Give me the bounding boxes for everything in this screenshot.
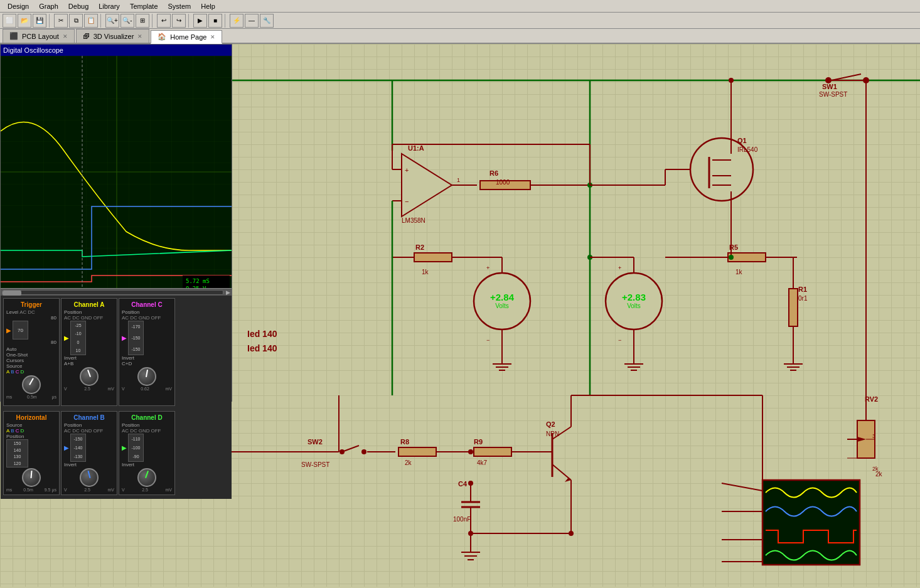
tab-3d-close[interactable]: ✕ — [137, 33, 142, 40]
chC-off[interactable]: OFF — [151, 315, 161, 321]
tb-open[interactable]: 📂 — [18, 14, 31, 28]
trigger-src-c[interactable]: C — [16, 369, 19, 375]
svg-marker-4 — [402, 154, 452, 216]
chD-ac[interactable]: AC — [122, 428, 129, 434]
channelD-panel: Channel D Position AC DC GND OFF ▶ -110 … — [119, 411, 175, 495]
osc-expand-arrow[interactable]: ▶ — [226, 289, 230, 296]
osc-scrollbar[interactable]: ▶ — [1, 288, 232, 296]
menu-template[interactable]: Template — [125, 3, 163, 10]
chB-dc[interactable]: DC — [72, 428, 80, 434]
tb-save[interactable]: 💾 — [33, 14, 46, 28]
trigger-cursors[interactable]: Cursors — [6, 358, 56, 363]
menu-system[interactable]: System — [163, 3, 196, 10]
horiz-src-label: Source — [6, 422, 56, 428]
chC-gnd[interactable]: GND — [139, 315, 150, 321]
chC-dc[interactable]: DC — [130, 315, 137, 321]
osc-scroll-thumb[interactable] — [3, 291, 21, 296]
tb-cut[interactable]: ✂ — [54, 14, 68, 28]
chD-invert[interactable]: Invert — [122, 462, 172, 468]
chD-pos-box[interactable]: -110 -100 -90 — [128, 434, 144, 462]
horiz-src-d[interactable]: D — [20, 428, 24, 434]
chC-cplusd[interactable]: C+D — [122, 361, 172, 366]
q2-label: Q2 — [546, 420, 555, 428]
osc-scroll-track[interactable] — [2, 290, 223, 295]
trigger-src-d[interactable]: D — [20, 369, 24, 375]
tb-run[interactable]: ▶ — [193, 14, 207, 28]
tab-pcb-layout[interactable]: ⬛ PCB Layout ✕ — [3, 29, 75, 43]
trigger-knob[interactable] — [22, 375, 41, 394]
chC-vdiv: 0.62 — [141, 387, 149, 391]
schematic-canvas[interactable]: + − 1 + − — [0, 44, 920, 587]
svg-point-92 — [729, 78, 734, 83]
svg-point-59 — [468, 481, 473, 486]
tab-home-close[interactable]: ✕ — [210, 34, 215, 40]
chC-knob[interactable] — [137, 367, 156, 386]
chB-title: Channel B — [64, 414, 114, 421]
chA-knob[interactable] — [80, 367, 99, 386]
chB-invert[interactable]: Invert — [64, 462, 114, 468]
trigger-auto[interactable]: Auto — [6, 346, 56, 352]
chB-vdiv-row: V 2.5 mV — [64, 488, 114, 492]
chC-pos-box[interactable]: -170 -150 -150 — [128, 321, 144, 355]
tab-home-page[interactable]: 🏠 Home Page ✕ — [151, 30, 222, 44]
chA-invert[interactable]: Invert — [64, 355, 114, 361]
svg-text:−: − — [486, 337, 489, 343]
menu-design[interactable]: Design — [3, 3, 34, 10]
chD-gnd[interactable]: GND — [139, 428, 150, 434]
tb-zoom-out[interactable]: 🔍- — [120, 14, 134, 28]
horiz-pos-row: 150 140 130 120 — [6, 439, 56, 468]
trigger-arrow: ▶ — [6, 327, 11, 334]
menu-library[interactable]: Library — [94, 3, 125, 10]
osc-controls-row2: Horizontal Source A B C D Position 150 1… — [1, 409, 232, 499]
tb-undo[interactable]: ↩ — [157, 14, 171, 28]
chA-gnd[interactable]: GND — [81, 315, 92, 321]
tb-redo[interactable]: ↪ — [172, 14, 186, 28]
osc-title-bar[interactable]: Digital Oscilloscope — [1, 45, 232, 56]
svg-text:0.25 V: 0.25 V — [186, 286, 206, 288]
svg-line-38 — [342, 446, 359, 452]
chA-pos-box[interactable]: -25 -10 0 10 — [70, 321, 86, 355]
chB-gnd[interactable]: GND — [81, 428, 92, 434]
chB-pos-box[interactable]: -150 -140 -130 — [70, 434, 86, 462]
horiz-title: Horizontal — [6, 414, 56, 421]
horiz-src-c[interactable]: C — [16, 428, 19, 434]
chA-aplusb[interactable]: A+B — [64, 361, 114, 366]
tb-component[interactable]: 🔧 — [260, 14, 274, 28]
tb-probe[interactable]: ⚡ — [230, 14, 243, 28]
chC-pos-row: ▶ -170 -150 -150 — [122, 321, 172, 355]
menu-graph[interactable]: Graph — [34, 3, 63, 10]
trigger-t-us: μs — [51, 395, 56, 399]
trigger-src-b[interactable]: B — [11, 369, 14, 375]
trigger-level-box[interactable]: 70 — [13, 321, 28, 339]
tb-paste[interactable]: 📋 — [84, 14, 98, 28]
chA-off[interactable]: OFF — [93, 315, 103, 321]
chB-off[interactable]: OFF — [93, 428, 103, 434]
tb-wire[interactable]: — — [245, 14, 259, 28]
horiz-pos-box[interactable]: 150 140 130 120 — [6, 439, 28, 468]
horiz-src-a[interactable]: A — [6, 428, 9, 434]
chC-invert[interactable]: Invert — [122, 355, 172, 361]
tb-fit[interactable]: ⊞ — [136, 14, 149, 28]
chD-dc[interactable]: DC — [130, 428, 137, 434]
svg-rect-19 — [414, 253, 452, 262]
chA-coupling: AC DC GND OFF — [64, 315, 114, 321]
trigger-oneshot[interactable]: One-Shot — [6, 352, 56, 358]
tab-pcb-close[interactable]: ✕ — [63, 33, 68, 40]
menu-debug[interactable]: Debug — [63, 3, 94, 10]
tb-copy[interactable]: ⧉ — [69, 14, 83, 28]
chD-knob[interactable] — [137, 468, 156, 487]
horiz-knob[interactable] — [22, 468, 41, 487]
tab-3d-visualizer[interactable]: 🗊 3D Visualizer ✕ — [76, 29, 150, 43]
chA-dc[interactable]: DC — [72, 315, 80, 321]
tb-zoom-in[interactable]: 🔍+ — [105, 14, 119, 28]
chA-ac[interactable]: AC — [64, 315, 71, 321]
chB-knob[interactable] — [80, 468, 99, 487]
trigger-src-a[interactable]: A — [6, 369, 9, 375]
chB-ac[interactable]: AC — [64, 428, 71, 434]
menu-help[interactable]: Help — [196, 3, 220, 10]
horiz-src-b[interactable]: B — [11, 428, 14, 434]
tb-new[interactable]: ⬜ — [3, 14, 16, 28]
tb-stop[interactable]: ■ — [208, 14, 222, 28]
chD-off[interactable]: OFF — [151, 428, 161, 434]
chC-ac[interactable]: AC — [122, 315, 129, 321]
